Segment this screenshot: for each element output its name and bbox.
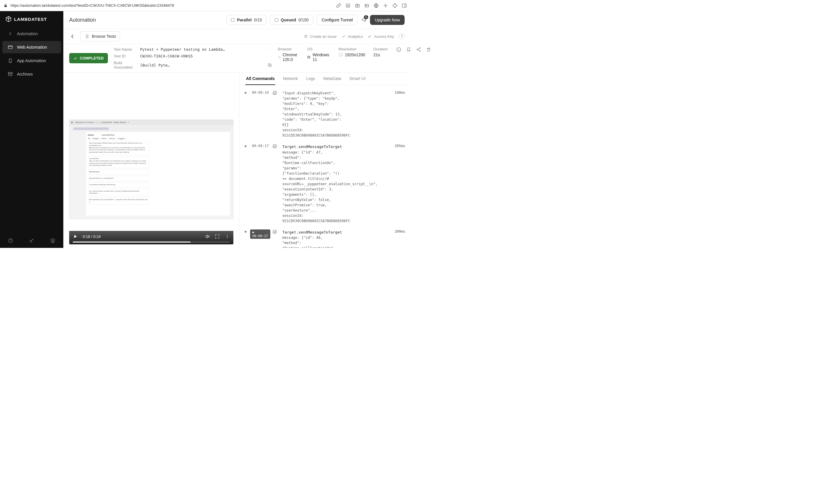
edit-icon[interactable] <box>268 47 269 51</box>
browser-window-icon <box>7 44 13 50</box>
brand-text: LAMBDATEST <box>14 17 47 22</box>
status-chip: COMPLETED <box>69 53 108 63</box>
sidebar-item-label: Web Automation <box>17 45 47 49</box>
save-icon[interactable] <box>345 3 351 8</box>
notifications-button[interactable]: 5 <box>361 17 366 23</box>
svg-point-12 <box>30 240 32 242</box>
expand-icon[interactable]: ▶ <box>245 90 249 94</box>
upgrade-button[interactable]: Upgrade Now <box>370 15 405 25</box>
logo-icon <box>5 16 12 22</box>
play-icon[interactable] <box>73 234 78 239</box>
svg-rect-22 <box>309 56 310 57</box>
resolution-label: Resolution <box>338 47 365 51</box>
expand-icon[interactable]: ▶ <box>245 144 249 148</box>
build-label: Build Associated <box>114 61 137 69</box>
tab-smart-ui[interactable]: Smart UI <box>349 73 366 85</box>
status-dot-icon <box>231 18 235 22</box>
command-row[interactable]: ▶00:00:17Target.sendMessageToTargetmessa… <box>243 141 407 227</box>
camera-icon[interactable] <box>355 3 360 8</box>
svg-rect-18 <box>268 64 270 66</box>
browser-field: Browser Chrome 120.0 <box>278 47 299 62</box>
video-pane: ◧Welcome to Chrome×|LambdaTest - Brave S… <box>63 73 239 248</box>
key-icon[interactable] <box>29 238 34 243</box>
panel-icon[interactable] <box>402 3 407 8</box>
command-row[interactable]: ▶00:00:10"Input.dispatchKeyEvent", "para… <box>243 88 407 141</box>
tab-logs[interactable]: Logs <box>306 73 315 85</box>
create-issue-label: Create an issue <box>310 34 337 39</box>
video-time: 0:18 / 0:24 <box>83 234 101 239</box>
back-button[interactable] <box>69 33 76 40</box>
page-title: Automation <box>69 17 223 23</box>
brand-logo[interactable]: LAMBDATEST <box>0 11 63 27</box>
video-preview[interactable]: ◧Welcome to Chrome×|LambdaTest - Brave S… <box>69 120 233 219</box>
share-icon[interactable] <box>416 47 421 52</box>
parallel-pill[interactable]: Parallel 0/15 <box>226 15 266 25</box>
browse-tests-button[interactable]: Browse Tests <box>80 31 120 41</box>
queued-pill[interactable]: Queued 0/150 <box>270 15 313 25</box>
fullscreen-icon[interactable] <box>215 234 220 239</box>
video-progress[interactable] <box>73 241 230 243</box>
resolution-field: Resolution 1920x1200 <box>338 47 365 57</box>
folder-icon[interactable] <box>364 3 369 8</box>
command-body: Target.sendMessageToTargetmessage: {"id"… <box>282 144 385 224</box>
svg-point-31 <box>227 236 227 237</box>
tab-metadata[interactable]: MetaData <box>323 73 342 85</box>
copy-icon[interactable] <box>271 47 272 51</box>
status-text: COMPLETED <box>80 56 104 60</box>
layers-icon[interactable] <box>50 238 56 243</box>
info-icon[interactable] <box>396 47 401 52</box>
svg-point-34 <box>273 145 277 148</box>
notification-badge: 5 <box>364 15 369 19</box>
command-body: Target.sendMessageToTargetmessage: {"id"… <box>282 229 385 248</box>
link-icon[interactable] <box>336 3 341 8</box>
sidebar-item-web-automation[interactable]: Web Automation <box>2 41 61 53</box>
os-label: OS <box>307 47 330 51</box>
svg-point-19 <box>278 56 281 58</box>
globe-icon[interactable] <box>373 3 379 8</box>
sidebar-item-app-automation[interactable]: App Automation <box>2 55 61 67</box>
analytics-link[interactable]: Analytics <box>341 34 363 39</box>
svg-rect-15 <box>271 49 272 49</box>
create-issue-link[interactable]: Create an issue <box>303 34 337 39</box>
more-icon[interactable] <box>225 234 230 239</box>
command-row[interactable]: ▶▶ 00:00:17Target.sendMessageToTargetmes… <box>243 227 407 248</box>
mobile-icon <box>7 58 13 63</box>
svg-point-13 <box>305 36 307 38</box>
svg-rect-7 <box>402 4 406 7</box>
key-small-icon <box>368 34 372 39</box>
tab-all-commands[interactable]: All Commands <box>245 73 275 85</box>
command-duration: 200ms <box>388 229 405 233</box>
sidebar-nav-automation[interactable]: Automation <box>2 27 61 40</box>
browse-tests-label: Browse Tests <box>92 34 116 39</box>
queued-value: 0/150 <box>299 18 309 22</box>
target-icon[interactable] <box>383 3 388 8</box>
commands-tabs: All Commands Network Logs MetaData Smart… <box>240 73 410 85</box>
svg-point-33 <box>273 91 277 94</box>
browser-address-bar: https://automation.lambdatest.com/test?t… <box>0 0 410 11</box>
build-value: [Build] Pyte… <box>140 63 262 67</box>
bookmark-icon[interactable] <box>406 47 411 52</box>
filter-icon[interactable] <box>265 47 266 51</box>
url-text[interactable]: https://automation.lambdatest.com/test?t… <box>11 3 333 7</box>
svg-rect-25 <box>339 53 343 56</box>
svg-rect-21 <box>308 56 309 57</box>
queued-label: Queued <box>281 18 296 22</box>
status-dot-icon <box>274 18 279 22</box>
mute-icon[interactable] <box>205 234 210 239</box>
tab-network[interactable]: Network <box>282 73 299 85</box>
copy-icon[interactable] <box>267 63 272 67</box>
command-timestamp: 00:00:10 <box>252 90 269 94</box>
expand-icon[interactable]: ▶ <box>245 229 249 233</box>
access-key-link[interactable]: Access Key <box>368 34 394 39</box>
svg-point-30 <box>227 235 227 235</box>
sidebar: LAMBDATEST Automation Web Automation App… <box>0 11 63 248</box>
extension-icon[interactable] <box>392 3 398 8</box>
sidebar-item-archives[interactable]: Archives <box>2 68 61 80</box>
configure-tunnel-button[interactable]: Configure Tunnel <box>317 15 358 25</box>
svg-point-29 <box>420 51 421 51</box>
command-list[interactable]: ▶00:00:10"Input.dispatchKeyEvent", "para… <box>240 85 410 248</box>
list-icon <box>84 34 89 39</box>
help-button[interactable]: ? <box>399 34 405 39</box>
help-icon[interactable] <box>8 238 13 243</box>
delete-icon[interactable] <box>426 47 431 52</box>
